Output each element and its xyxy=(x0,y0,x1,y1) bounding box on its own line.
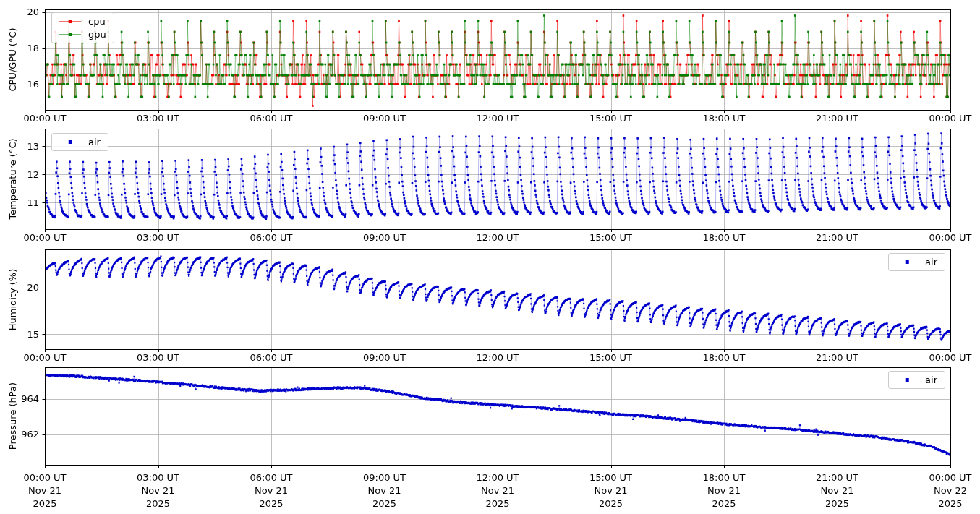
legend-label: gpu xyxy=(88,29,106,40)
legend-line-marker-icon xyxy=(896,262,918,262)
legend-marker-icon xyxy=(69,140,72,144)
date-label: Nov 21 xyxy=(804,485,872,496)
x-tick-label: 03:00 UT xyxy=(124,352,192,363)
legend-item-air: air xyxy=(59,137,101,147)
legend-marker-icon xyxy=(69,33,72,36)
year-label: 2025 xyxy=(124,498,192,509)
legend-line-marker-icon xyxy=(59,21,81,22)
x-tick-label: 21:00 UT xyxy=(804,352,872,363)
date-label: Nov 21 xyxy=(577,485,645,496)
x-tick-label: 18:00 UT xyxy=(690,113,758,124)
legend-item-air: air xyxy=(896,257,937,267)
legend-line-marker-icon xyxy=(59,142,81,142)
x-tick-label: 00:00 UT xyxy=(916,352,980,363)
legend-label: air xyxy=(925,257,937,267)
x-tick-label: 00:00 UT xyxy=(11,113,79,124)
x-tick-label: 21:00 UT xyxy=(804,113,872,124)
year-label: 2025 xyxy=(804,498,872,509)
x-tick-label: 00:00 UT xyxy=(11,232,79,243)
date-label: Nov 21 xyxy=(237,485,305,496)
legend-label: air xyxy=(88,137,101,147)
year-label: 2025 xyxy=(916,498,980,509)
x-tick-label: 18:00 UT xyxy=(690,472,758,483)
y-tick-label: 11 xyxy=(0,197,39,208)
legend-cpu-gpu: cpugpu xyxy=(51,12,114,43)
date-label: Nov 21 xyxy=(11,485,79,496)
year-label: 2025 xyxy=(464,498,532,509)
y-tick-label: 15 xyxy=(0,329,39,340)
legend-pressure: air xyxy=(888,371,945,389)
legend-label: cpu xyxy=(88,16,106,27)
y-tick-label: 18 xyxy=(0,43,39,53)
y-tick-label: 964 xyxy=(0,393,39,404)
year-label: 2025 xyxy=(577,498,645,509)
x-tick-label: 09:00 UT xyxy=(351,352,419,363)
x-tick-label: 15:00 UT xyxy=(577,472,645,483)
legend-marker-icon xyxy=(906,378,909,382)
x-tick-label: 06:00 UT xyxy=(237,232,305,243)
x-tick-label: 15:00 UT xyxy=(577,113,645,124)
x-tick-label: 15:00 UT xyxy=(577,352,645,363)
y-tick-label: 16 xyxy=(0,79,39,90)
x-tick-label: 06:00 UT xyxy=(237,472,305,483)
y-tick-label: 20 xyxy=(0,282,39,293)
legend-line-marker-icon xyxy=(896,380,918,380)
year-label: 2025 xyxy=(351,498,419,509)
legend-marker-icon xyxy=(69,20,72,23)
legend-item-air: air xyxy=(896,374,937,385)
legend-temperature: air xyxy=(51,133,108,151)
x-tick-label: 09:00 UT xyxy=(351,232,419,243)
x-tick-label: 21:00 UT xyxy=(804,232,872,243)
legend-marker-icon xyxy=(906,260,909,264)
x-tick-label: 00:00 UT xyxy=(11,472,79,483)
y-tick-label: 12 xyxy=(0,169,39,180)
x-tick-label: 21:00 UT xyxy=(804,472,872,483)
x-tick-label: 12:00 UT xyxy=(464,232,532,243)
y-tick-label: 962 xyxy=(0,429,39,440)
y-tick-label: 20 xyxy=(0,7,39,17)
year-label: 2025 xyxy=(237,498,305,509)
x-tick-label: 18:00 UT xyxy=(690,352,758,363)
x-tick-label: 00:00 UT xyxy=(11,352,79,363)
x-tick-label: 00:00 UT xyxy=(916,113,980,124)
date-label: Nov 22 xyxy=(916,485,980,496)
y-tick-label: 13 xyxy=(0,141,39,152)
legend-label: air xyxy=(925,374,937,385)
legend-item-gpu: gpu xyxy=(59,29,106,40)
date-label: Nov 21 xyxy=(351,485,419,496)
x-tick-label: 03:00 UT xyxy=(124,232,192,243)
chart-canvas xyxy=(0,0,980,514)
x-tick-label: 12:00 UT xyxy=(464,472,532,483)
date-label: Nov 21 xyxy=(690,485,758,496)
x-tick-label: 09:00 UT xyxy=(351,472,419,483)
x-tick-label: 12:00 UT xyxy=(464,113,532,124)
x-tick-label: 06:00 UT xyxy=(237,113,305,124)
x-tick-label: 00:00 UT xyxy=(916,232,980,243)
legend-item-cpu: cpu xyxy=(59,16,106,27)
x-tick-label: 18:00 UT xyxy=(690,232,758,243)
figure: CPU/GPU (°C) Temperature (°C) Humidity (… xyxy=(0,0,980,514)
year-label: 2025 xyxy=(11,498,79,509)
x-tick-label: 06:00 UT xyxy=(237,352,305,363)
x-tick-label: 12:00 UT xyxy=(464,352,532,363)
x-tick-label: 00:00 UT xyxy=(916,472,980,483)
year-label: 2025 xyxy=(690,498,758,509)
date-label: Nov 21 xyxy=(124,485,192,496)
x-tick-label: 15:00 UT xyxy=(577,232,645,243)
x-tick-label: 03:00 UT xyxy=(124,472,192,483)
legend-humidity: air xyxy=(888,253,945,271)
date-label: Nov 21 xyxy=(464,485,532,496)
legend-line-marker-icon xyxy=(59,34,81,35)
x-tick-label: 09:00 UT xyxy=(351,113,419,124)
x-tick-label: 03:00 UT xyxy=(124,113,192,124)
